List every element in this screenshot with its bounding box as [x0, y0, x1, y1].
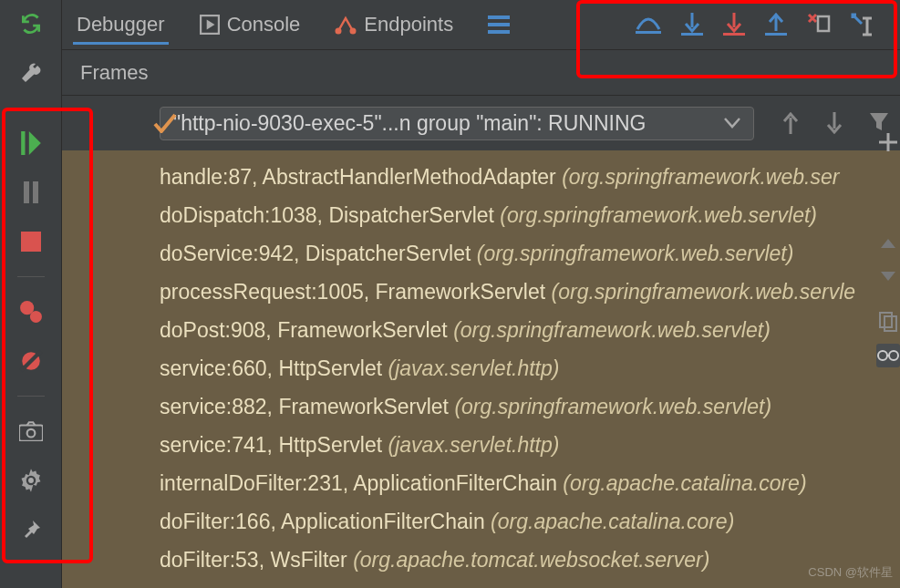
- svg-rect-35: [884, 316, 896, 331]
- frame-loc: doService:942, DispatcherServlet: [160, 242, 477, 265]
- frame-item[interactable]: doDispatch:1038, DispatcherServlet (org.…: [160, 196, 896, 234]
- frame-loc: internalDoFilter:231, ApplicationFilterC…: [160, 471, 563, 495]
- watermark: CSDN @软件星: [808, 564, 893, 581]
- frame-item[interactable]: doFilter:53, WsFilter (org.apache.tomcat…: [160, 541, 896, 579]
- frame-item[interactable]: service:741, HttpServlet (javax.servlet.…: [160, 426, 896, 464]
- svg-point-36: [878, 351, 887, 360]
- svg-point-37: [889, 351, 898, 360]
- svg-point-9: [26, 429, 35, 438]
- endpoints-icon: [335, 15, 357, 35]
- svg-rect-17: [488, 23, 510, 26]
- svg-rect-26: [818, 16, 829, 31]
- rerun-icon[interactable]: [15, 7, 47, 40]
- frame-pkg: (javax.servlet.http): [388, 356, 560, 380]
- scroll-up-icon[interactable]: [877, 232, 899, 254]
- frame-item[interactable]: service:660, HttpServlet (javax.servlet.…: [160, 349, 896, 387]
- frame-item[interactable]: doPost:908, FrameworkServlet (org.spring…: [160, 311, 896, 349]
- svg-rect-34: [880, 313, 892, 327]
- step-into-icon[interactable]: [681, 13, 703, 36]
- svg-rect-16: [488, 15, 510, 19]
- glasses-icon[interactable]: [876, 344, 900, 367]
- plus-icon[interactable]: [878, 132, 898, 152]
- pin-icon[interactable]: [15, 513, 47, 546]
- view-breakpoints-icon[interactable]: [15, 295, 47, 328]
- menu-icon[interactable]: [488, 15, 510, 34]
- stop-icon[interactable]: [15, 225, 47, 258]
- step-toolbar: [636, 13, 889, 36]
- thread-row: "http-nio-9030-exec-5"...n group "main":…: [62, 96, 900, 150]
- svg-rect-1: [24, 181, 29, 203]
- main-panel: Debugger Console Endpoints: [62, 0, 900, 588]
- next-frame-icon[interactable]: [825, 112, 843, 134]
- tab-bar: Debugger Console Endpoints: [62, 0, 900, 50]
- frames-label: Frames: [80, 61, 149, 85]
- settings-icon[interactable]: [15, 464, 47, 497]
- left-toolbar: [0, 0, 62, 588]
- svg-rect-25: [765, 33, 787, 36]
- check-icon: [153, 113, 177, 133]
- drop-frame-icon[interactable]: [807, 13, 831, 36]
- svg-rect-18: [488, 30, 510, 34]
- frame-pkg: (org.apache.catalina.core): [563, 471, 806, 495]
- tab-debugger-label: Debugger: [77, 13, 165, 36]
- svg-rect-8: [19, 426, 43, 441]
- frame-loc: service:882, FrameworkServlet: [160, 395, 454, 418]
- tab-endpoints-label: Endpoints: [364, 13, 453, 36]
- svg-rect-0: [21, 131, 25, 155]
- run-to-cursor-icon[interactable]: [851, 13, 874, 36]
- chevron-down-icon: [724, 118, 740, 129]
- play-in-box-icon: [200, 15, 220, 35]
- svg-point-12: [28, 478, 34, 483]
- copy-icon[interactable]: [877, 311, 899, 333]
- tab-endpoints[interactable]: Endpoints: [331, 7, 457, 42]
- frame-pkg: (org.springframework.web.servlet): [500, 203, 817, 227]
- force-step-into-icon[interactable]: [723, 13, 745, 36]
- frame-loc: service:741, HttpServlet: [160, 433, 388, 457]
- svg-rect-2: [33, 181, 38, 203]
- frame-pkg: (org.apache.tomcat.websocket.server): [353, 548, 709, 572]
- tab-console[interactable]: Console: [196, 7, 305, 42]
- frame-pkg: (javax.servlet.http): [388, 433, 560, 457]
- frame-item[interactable]: handle:87, AbstractHandlerMethodAdapter …: [160, 158, 896, 196]
- frame-item[interactable]: service:882, FrameworkServlet (org.sprin…: [160, 387, 896, 426]
- frame-pkg: (org.springframework.web.ser: [562, 165, 839, 189]
- svg-rect-21: [681, 33, 703, 36]
- prev-frame-icon[interactable]: [781, 112, 800, 134]
- right-gutter: [875, 96, 900, 588]
- frame-loc: doPost:908, FrameworkServlet: [160, 318, 453, 342]
- frame-pkg: (org.springframework.web.servle: [552, 280, 856, 304]
- frame-loc: service:660, HttpServlet: [160, 356, 388, 380]
- step-out-icon[interactable]: [765, 13, 787, 36]
- tab-debugger[interactable]: Debugger: [73, 7, 169, 45]
- step-over-icon[interactable]: [636, 13, 661, 36]
- frame-item[interactable]: processRequest:1005, FrameworkServlet (o…: [160, 273, 896, 311]
- svg-rect-19: [636, 31, 661, 34]
- frame-loc: doFilter:166, ApplicationFilterChain: [160, 510, 491, 533]
- frame-pkg: (org.springframework.web.servlet): [454, 395, 771, 418]
- frame-item[interactable]: doService:942, DispatcherServlet (org.sp…: [160, 234, 896, 273]
- wrench-icon[interactable]: [15, 57, 47, 89]
- svg-point-5: [29, 311, 41, 323]
- frame-loc: processRequest:1005, FrameworkServlet: [160, 280, 552, 304]
- frame-loc: doDispatch:1038, DispatcherServlet: [160, 203, 500, 227]
- pause-icon[interactable]: [15, 176, 47, 209]
- frame-pkg: (org.springframework.web.servlet): [477, 242, 794, 265]
- frame-loc: handle:87, AbstractHandlerMethodAdapter: [160, 165, 562, 189]
- frame-loc: doFilter:53, WsFilter: [160, 548, 353, 572]
- scroll-down-icon[interactable]: [877, 265, 899, 287]
- frames-header: Frames: [62, 50, 900, 96]
- frame-pkg: (org.springframework.web.servlet): [453, 318, 771, 342]
- tab-console-label: Console: [227, 13, 301, 36]
- thread-selector[interactable]: "http-nio-9030-exec-5"...n group "main":…: [160, 107, 754, 140]
- resume-icon[interactable]: [15, 127, 47, 160]
- frame-item[interactable]: internalDoFilter:231, ApplicationFilterC…: [160, 464, 896, 502]
- svg-rect-23: [723, 33, 745, 36]
- frames-list[interactable]: handle:87, AbstractHandlerMethodAdapter …: [62, 150, 900, 588]
- camera-icon[interactable]: [15, 415, 47, 448]
- svg-rect-3: [21, 232, 41, 252]
- frame-pkg: (org.apache.catalina.core): [491, 510, 734, 533]
- frame-item[interactable]: doFilter:166, ApplicationFilterChain (or…: [160, 502, 896, 541]
- mute-breakpoints-icon[interactable]: [15, 345, 47, 377]
- thread-selector-text: "http-nio-9030-exec-5"...n group "main":…: [173, 111, 646, 136]
